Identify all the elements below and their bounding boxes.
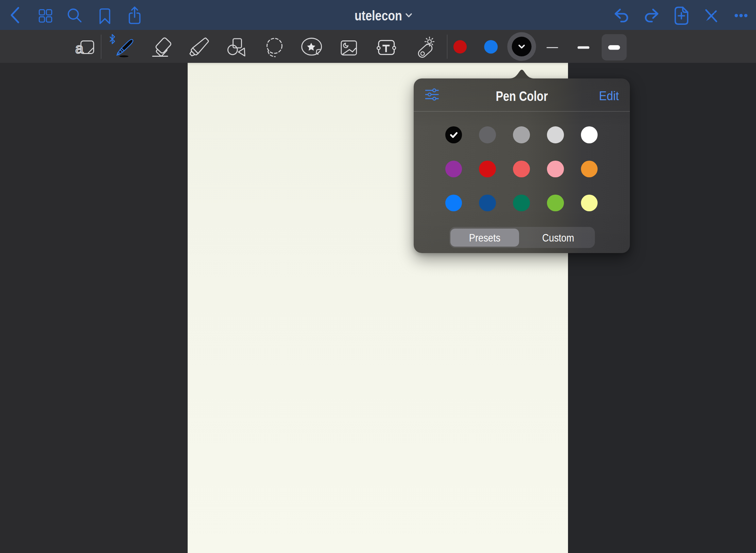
svg-text:a: a — [75, 40, 84, 56]
